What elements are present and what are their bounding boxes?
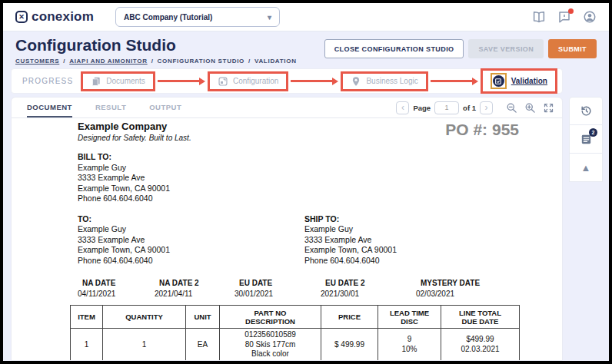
history-icon: [580, 104, 593, 117]
ship-to-address: Example Guy 3333 Example Ave Example Tow…: [304, 224, 397, 266]
bill-to-label: BILL TO:: [78, 152, 562, 163]
breadcrumb-separator: /: [151, 58, 154, 65]
page-title: Configuration Studio: [15, 36, 297, 55]
company-selector-value: ABC Company (Tutorial): [124, 13, 212, 22]
document-tagline: Designed for Safety. Built to Last.: [78, 134, 191, 142]
column-header: LEAD TIME DISC: [378, 306, 441, 329]
annotation-gold-box: [491, 73, 507, 89]
breadcrumb-separator: /: [248, 58, 251, 65]
page-label: Page: [413, 104, 431, 112]
triangle-up-icon: ▲: [581, 163, 591, 173]
documents-icon: [91, 76, 101, 87]
progress-bar: PROGRESS Documents: [11, 68, 563, 94]
table-cell: 9 10%: [378, 329, 441, 361]
configuration-icon: [218, 76, 228, 87]
zoom-out-icon[interactable]: [506, 102, 517, 114]
progress-step-validation[interactable]: Validation: [481, 68, 557, 94]
submit-button[interactable]: SUBMIT: [548, 39, 597, 58]
close-configuration-studio-button[interactable]: CLOSE CONFIGURATION STUDIO: [324, 39, 464, 58]
notes-count-badge: 2: [589, 128, 597, 137]
conexiom-logo: ✕ conexiom: [15, 9, 94, 25]
ship-to-label: SHIP TO:: [304, 214, 397, 225]
content-area: PROGRESS Documents: [3, 68, 609, 361]
progress-step-label: Validation: [511, 77, 547, 85]
progress-step-business-logic[interactable]: Business Logic: [341, 71, 427, 91]
zoom-controls: [506, 102, 554, 114]
viewer-tab-bar: DOCUMENT RESULT OUTPUT ‹ Page of 1 ›: [12, 98, 562, 118]
breadcrumb-validation: VALIDATION: [254, 58, 297, 65]
annotation-arrow: [158, 78, 205, 85]
column-header: QUANTITY: [103, 306, 186, 329]
annotation-arrow: [291, 78, 338, 85]
user-avatar-icon[interactable]: [583, 10, 597, 24]
date-field: EU DATE 30/01/2021: [234, 279, 321, 298]
collapse-panel-button[interactable]: ▲: [569, 154, 603, 182]
save-version-button: SAVE VERSION: [468, 39, 544, 58]
notification-dot: [568, 8, 574, 14]
feedback-icon[interactable]: [557, 10, 571, 24]
table-cell: 1: [103, 329, 186, 361]
app-window: ✕ conexiom ABC Company (Tutorial) ▾: [0, 0, 612, 364]
page-number-input[interactable]: [434, 101, 459, 114]
document-viewer-panel: DOCUMENT RESULT OUTPUT ‹ Page of 1 ›: [11, 97, 563, 361]
progress-step-configuration[interactable]: Configuration: [208, 71, 288, 91]
table-cell: $499.99 02.03.2021: [441, 329, 520, 361]
to-block: TO: Example Guy 3333 Example Ave Example…: [78, 214, 304, 266]
conexiom-logo-text: conexiom: [32, 9, 94, 25]
progress-step-label: Configuration: [233, 77, 278, 85]
column-header: PRICE: [321, 306, 378, 329]
date-field: EU DATE 2 2021/30/01: [321, 279, 416, 298]
business-logic-pin-icon: [351, 76, 361, 87]
column-header: LINE TOTAL DUE DATE: [441, 306, 520, 329]
purchase-order-document: Example Company Designed for Safety. Bui…: [12, 118, 562, 360]
column-header: PART NO DESCRIPTION: [220, 306, 321, 329]
table-header-row: ITEM QUANTITY UNIT PART NO DESCRIPTION P…: [71, 306, 520, 329]
table-cell: $ 499.99: [321, 329, 378, 361]
header-actions: CLOSE CONFIGURATION STUDIO SAVE VERSION …: [324, 39, 597, 58]
top-bar: ✕ conexiom ABC Company (Tutorial) ▾: [3, 3, 609, 31]
dates-row: NA DATE 04/11/2021 NA DATE 2 2021/04/11 …: [78, 279, 562, 298]
document-company-name: Example Company: [78, 121, 191, 132]
company-selector[interactable]: ABC Company (Tutorial) ▾: [115, 7, 280, 27]
page-header: Configuration Studio CUSTOMERS / AIAPI A…: [3, 31, 609, 68]
progress-step-label: Business Logic: [366, 77, 417, 85]
previous-page-button[interactable]: ‹: [396, 101, 409, 114]
page-count-label: of 1: [463, 104, 476, 112]
tab-document[interactable]: DOCUMENT: [27, 98, 72, 117]
progress-label: PROGRESS: [22, 77, 73, 85]
validation-check-icon: [493, 75, 504, 87]
date-field: NA DATE 04/11/2021: [78, 279, 155, 298]
right-tool-rail: 2 ▲: [569, 97, 603, 361]
topbar-icons: [532, 10, 597, 24]
column-header: UNIT: [186, 306, 220, 329]
table-cell: 012356010589 80 Skis 177cm Black color: [220, 329, 321, 361]
version-notes-button[interactable]: 2: [569, 125, 603, 154]
breadcrumb: CUSTOMERS / AIAPI AND AIMONITOR / CONFIG…: [15, 58, 297, 65]
documentation-book-icon[interactable]: [532, 10, 546, 24]
bill-to-address: Example Guy 3333 Example Ave Example Tow…: [78, 163, 562, 204]
date-field: MYSTERY DATE 02/03/2021: [416, 279, 480, 298]
breadcrumb-customer-name[interactable]: AIAPI AND AIMONITOR: [69, 58, 147, 65]
table-cell: EA: [186, 329, 220, 361]
annotation-arrow: [431, 78, 478, 85]
next-page-button[interactable]: ›: [480, 101, 493, 114]
breadcrumb-customers[interactable]: CUSTOMERS: [15, 58, 59, 65]
column-header: ITEM: [71, 306, 103, 329]
date-field: NA DATE 2 2021/04/11: [155, 279, 234, 298]
breadcrumb-separator: /: [63, 58, 65, 65]
fullscreen-icon[interactable]: [543, 102, 554, 114]
progress-step-label: Documents: [106, 77, 145, 85]
tab-output[interactable]: OUTPUT: [149, 98, 181, 117]
tab-result[interactable]: RESULT: [95, 98, 126, 117]
chevron-down-icon: ▾: [268, 13, 271, 22]
breadcrumb-configuration-studio: CONFIGURATION STUDIO: [158, 58, 244, 65]
bill-to-block: BILL TO: Example Guy 3333 Example Ave Ex…: [78, 152, 562, 204]
line-items-table: ITEM QUANTITY UNIT PART NO DESCRIPTION P…: [70, 305, 520, 360]
to-label: TO:: [78, 214, 304, 225]
progress-step-documents[interactable]: Documents: [81, 71, 155, 91]
po-number: PO #: 955: [445, 121, 519, 139]
table-row: 1 1 EA 012356010589 80 Skis 177cm Black …: [71, 329, 520, 361]
to-address: Example Guy 3333 Example Ave Example Tow…: [78, 224, 304, 266]
zoom-in-icon[interactable]: [524, 102, 536, 114]
history-button[interactable]: [569, 97, 603, 125]
